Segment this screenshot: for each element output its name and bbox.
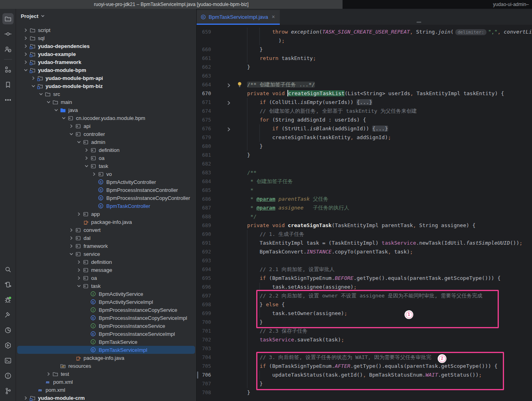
- line-number[interactable]: 662: [197, 63, 211, 72]
- tree-item-oa[interactable]: oa: [16, 154, 196, 162]
- tree-item-framework[interactable]: framework: [16, 242, 196, 250]
- chevron-collapsed-icon[interactable]: [83, 148, 90, 152]
- chevron-collapsed-icon[interactable]: [22, 36, 29, 40]
- chevron-expanded-icon[interactable]: [68, 132, 74, 136]
- tree-item-yudao-example[interactable]: yudao-example: [16, 50, 196, 58]
- fold-icon[interactable]: [226, 82, 232, 88]
- chevron-expanded-icon[interactable]: [30, 84, 36, 88]
- line-number[interactable]: 680: [197, 142, 211, 151]
- chevron-expanded-icon[interactable]: [45, 100, 52, 104]
- line-number[interactable]: 684: [197, 177, 211, 186]
- code-area[interactable]: 659 throw exception(TASK_SIGN_CREATE_USE…: [197, 25, 532, 401]
- line-number[interactable]: 688: [197, 212, 211, 221]
- line-number[interactable]: 702: [197, 335, 211, 344]
- chevron-collapsed-icon[interactable]: [22, 396, 29, 400]
- bookmarks-icon[interactable]: [2, 79, 14, 90]
- chevron-collapsed-icon[interactable]: [76, 212, 82, 216]
- chevron-collapsed-icon[interactable]: [83, 156, 90, 160]
- line-number[interactable]: 679: [197, 133, 211, 142]
- tree-item-package-info-java[interactable]: package-info.java: [16, 218, 196, 226]
- line-number[interactable]: 674: [197, 107, 211, 116]
- tree-item-src[interactable]: src: [16, 90, 196, 98]
- tree-item-bpmprocessinstanceservice[interactable]: IBpmProcessInstanceService: [16, 322, 196, 330]
- tree-item-resources[interactable]: resources: [16, 362, 196, 370]
- line-number[interactable]: 692: [197, 247, 211, 256]
- tree-item-java[interactable]: java: [16, 106, 196, 114]
- line-number[interactable]: 660: [197, 45, 211, 54]
- tree-item-vo[interactable]: vo: [16, 170, 196, 178]
- line-number[interactable]: 695: [197, 274, 211, 283]
- code-line-664[interactable]: 664 /** 创建加签子任务 ...*/: [197, 80, 532, 89]
- chevron-collapsed-icon[interactable]: [76, 268, 82, 272]
- line-number[interactable]: 707: [197, 379, 211, 388]
- line-number[interactable]: 693: [197, 256, 211, 265]
- tree-item-task[interactable]: task: [16, 282, 196, 290]
- tree-item-yudao-module-bpm-biz[interactable]: yudao-module-bpm-biz: [16, 82, 196, 90]
- fold-icon[interactable]: [226, 126, 232, 132]
- tree-item-bpmprocessinstancecopyservice[interactable]: IBpmProcessInstanceCopyService: [16, 306, 196, 314]
- tree-item-admin[interactable]: admin: [16, 138, 196, 146]
- services-icon[interactable]: [2, 340, 14, 351]
- line-number[interactable]: 701: [197, 327, 211, 335]
- search-icon[interactable]: [2, 264, 14, 275]
- tree-item-bpmprocessinstancecopycontroller[interactable]: CBpmProcessInstanceCopyController: [16, 194, 196, 202]
- line-number[interactable]: 689: [197, 221, 211, 230]
- tree-item-controller[interactable]: controller: [16, 130, 196, 138]
- line-number[interactable]: 681: [197, 151, 211, 160]
- tree-item-sql[interactable]: sql: [16, 34, 196, 42]
- code-line-683[interactable]: 683 /**: [197, 168, 532, 177]
- tree-item-bpmactivityserviceimpl[interactable]: CBpmActivityServiceImpl: [16, 298, 196, 306]
- profiler-icon[interactable]: [2, 325, 14, 336]
- line-number[interactable]: 694: [197, 265, 211, 274]
- tree-item-bpmprocessinstancecontroller[interactable]: CBpmProcessInstanceController: [16, 186, 196, 194]
- line-number[interactable]: 708: [197, 388, 211, 397]
- chevron-collapsed-icon[interactable]: [22, 60, 29, 64]
- tree-item-yudao-module-crm[interactable]: yudao-module-crm: [16, 394, 196, 401]
- line-number[interactable]: 670: [197, 89, 211, 98]
- code-line-684[interactable]: 684 * 创建加签子任务: [197, 177, 532, 186]
- chevron-expanded-icon[interactable]: [76, 284, 82, 288]
- chevron-collapsed-icon[interactable]: [91, 172, 97, 176]
- code-line-670[interactable]: 670 private void createSignTaskList(List…: [197, 89, 532, 98]
- project-panel-header[interactable]: Project: [16, 9, 196, 23]
- line-number[interactable]: 671: [197, 98, 211, 107]
- tree-item-task[interactable]: task: [16, 162, 196, 170]
- line-number[interactable]: 676: [197, 124, 211, 133]
- debug-icon[interactable]: [2, 294, 14, 305]
- chevron-expanded-icon[interactable]: [53, 108, 59, 112]
- line-number[interactable]: 705: [197, 362, 211, 371]
- tree-item-bpmtaskserviceimpl[interactable]: CBpmTaskServiceImpl: [16, 346, 196, 354]
- line-number[interactable]: 690: [197, 230, 211, 239]
- line-number[interactable]: 683: [197, 168, 211, 177]
- tree-item-pom-xml[interactable]: mpom.xml: [16, 386, 196, 394]
- structure-icon[interactable]: [2, 64, 14, 75]
- build-icon[interactable]: [2, 309, 14, 321]
- code-line-685[interactable]: 685 *: [197, 186, 532, 195]
- tab-close-icon[interactable]: ×: [271, 14, 276, 20]
- tree-item-app[interactable]: app: [16, 210, 196, 218]
- chevron-expanded-icon[interactable]: [83, 164, 90, 168]
- tree-item-main[interactable]: main: [16, 98, 196, 106]
- line-number[interactable]: 659: [197, 28, 211, 36]
- tree-item-yudao-dependencies[interactable]: yudao-dependencies: [16, 42, 196, 50]
- pull-requests-icon[interactable]: ?: [2, 44, 14, 55]
- line-number[interactable]: 682: [197, 160, 211, 168]
- line-number[interactable]: 661: [197, 54, 211, 63]
- line-number[interactable]: 664: [197, 80, 211, 89]
- tree-item-bpmtaskcontroller[interactable]: CBpmTaskController: [16, 202, 196, 210]
- line-number[interactable]: 703: [197, 344, 211, 353]
- fold-icon[interactable]: [226, 100, 232, 105]
- tree-item-package-info-java[interactable]: package-info.java: [16, 354, 196, 362]
- chevron-collapsed-icon[interactable]: [68, 244, 74, 248]
- tree-item-bpmtaskservice[interactable]: IBpmTaskService: [16, 338, 196, 346]
- commit-icon[interactable]: [2, 28, 14, 40]
- line-number[interactable]: 691: [197, 239, 211, 247]
- tree-item-test[interactable]: test: [16, 370, 196, 378]
- tree-item-script[interactable]: script: [16, 26, 196, 34]
- line-number[interactable]: 700: [197, 318, 211, 327]
- chevron-collapsed-icon[interactable]: [68, 236, 74, 240]
- tree-item-yudao-module-bpm-api[interactable]: yudao-module-bpm-api: [16, 74, 196, 82]
- chevron-expanded-icon[interactable]: [76, 140, 82, 144]
- chevron-collapsed-icon[interactable]: [76, 260, 82, 264]
- tree-item-yudao-module-bpm[interactable]: yudao-module-bpm: [16, 66, 196, 74]
